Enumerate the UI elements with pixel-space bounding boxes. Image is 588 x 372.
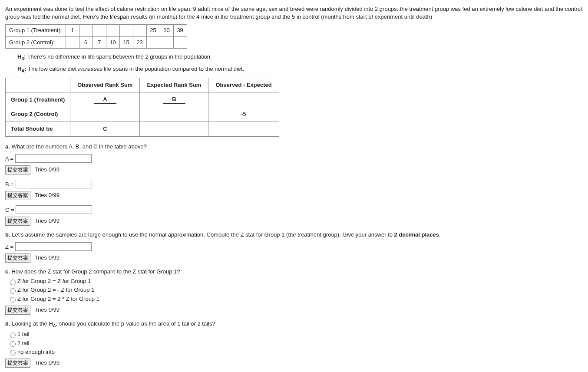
cell: 6 xyxy=(79,36,92,48)
cell: 1 xyxy=(66,25,79,36)
cell xyxy=(119,25,133,36)
question-c: c. How does the Z stat for Group 2 compa… xyxy=(5,268,583,276)
tries-text: Tries 0/99 xyxy=(35,254,59,261)
rank-cell xyxy=(208,92,279,107)
radio-label: 1 tail xyxy=(17,331,29,337)
z-input[interactable] xyxy=(15,242,92,251)
c-input[interactable] xyxy=(16,205,92,214)
row2-label: Group 2 (Control): xyxy=(6,36,66,48)
intro-text: An experiment was done to test the effec… xyxy=(5,5,583,21)
radio-label: Z for Group 2 = Z for Group 1 xyxy=(17,278,91,284)
rank-cell xyxy=(140,122,208,136)
radio-qc-2[interactable] xyxy=(10,288,16,294)
rank-cell xyxy=(140,107,208,122)
rank-cell: C xyxy=(70,122,140,136)
rank-row-label: Group 1 (Treatment) xyxy=(6,92,70,107)
cell xyxy=(106,25,119,36)
radio-qd-1[interactable] xyxy=(10,332,16,338)
a-label: A = xyxy=(5,155,13,161)
th-observed: Observed Rank Sum xyxy=(70,78,140,92)
table-row: Group 2 (Control) -5 xyxy=(6,107,279,122)
input-row-b: B = xyxy=(5,180,583,188)
cell xyxy=(66,36,79,48)
cell: 30 xyxy=(160,25,173,36)
submit-button[interactable]: 提交答案 xyxy=(5,217,30,226)
th-blank xyxy=(6,78,70,92)
rank-cell xyxy=(70,107,140,122)
cell xyxy=(146,36,160,48)
rank-cell: -5 xyxy=(208,107,279,122)
tries-text: Tries 0/99 xyxy=(35,192,59,198)
table-row: Group 1 (Treatment): 1 25 30 39 xyxy=(6,25,187,36)
question-b: b. Let's assume the samples are large en… xyxy=(5,231,583,239)
rank-cell: B xyxy=(140,92,208,107)
rank-row-label: Total Should be xyxy=(6,122,70,136)
rank-cell: A xyxy=(70,92,140,107)
tries-text: Tries 0/99 xyxy=(35,166,59,173)
submit-button[interactable]: 提交答案 xyxy=(5,165,30,174)
rank-cell xyxy=(208,122,279,136)
cell: 23 xyxy=(133,36,146,48)
a-input[interactable] xyxy=(15,154,92,163)
cell xyxy=(133,25,146,36)
table-row: Group 1 (Treatment) A B xyxy=(6,92,279,107)
c-label: C = xyxy=(5,206,14,213)
submit-button[interactable]: 提交答案 xyxy=(5,306,30,315)
radio-label: 2 tail xyxy=(17,340,29,346)
table-header-row: Observed Rank Sum Expected Rank Sum Obse… xyxy=(6,78,279,92)
cell: 39 xyxy=(173,25,187,36)
radio-qd-3[interactable] xyxy=(10,350,16,356)
rank-sum-table: Observed Rank Sum Expected Rank Sum Obse… xyxy=(5,78,279,137)
tries-text: Tries 0/99 xyxy=(35,359,59,366)
tries-text: Tries 0/99 xyxy=(35,217,59,224)
radio-label: no enough info xyxy=(17,349,55,355)
cell: 15 xyxy=(119,36,133,48)
radio-qc-3[interactable] xyxy=(10,297,16,303)
b-label: B = xyxy=(5,181,14,187)
table-row: Total Should be C xyxy=(6,122,279,136)
cell xyxy=(160,36,173,48)
cell: 10 xyxy=(106,36,119,48)
cell: 25 xyxy=(146,25,160,36)
tries-text: Tries 0/99 xyxy=(35,306,59,313)
radio-label: Z for Group 2 = 2 * Z for Group 1 xyxy=(17,296,99,302)
submit-button[interactable]: 提交答案 xyxy=(5,191,30,200)
input-row-a: A = xyxy=(5,154,583,163)
radio-qc-1[interactable] xyxy=(10,280,16,285)
radio-qd-2[interactable] xyxy=(10,341,16,347)
rank-row-label: Group 2 (Control) xyxy=(6,107,70,122)
cell xyxy=(79,25,92,36)
question-a: a. What are the numbers A, B, and C in t… xyxy=(5,143,583,151)
input-row-z: Z = xyxy=(5,242,583,251)
alt-hypothesis: HA: The low calorie diet increases life … xyxy=(17,65,583,74)
lifespan-table: Group 1 (Treatment): 1 25 30 39 Group 2 … xyxy=(5,24,187,48)
submit-button[interactable]: 提交答案 xyxy=(5,359,30,368)
question-d: d. Looking at the HA, should you calcula… xyxy=(5,320,583,329)
table-row: Group 2 (Control): 6 7 10 15 23 xyxy=(6,36,187,48)
input-row-c: C = xyxy=(5,205,583,214)
th-expected: Expected Rank Sum xyxy=(140,78,208,92)
null-hypothesis: H0: There's no difference in life spans … xyxy=(17,53,583,62)
cell xyxy=(92,25,106,36)
th-diff: Observed - Expected xyxy=(208,78,279,92)
z-label: Z = xyxy=(5,244,13,250)
b-input[interactable] xyxy=(16,180,92,188)
radio-label: Z for Group 2 = - Z for Group 1 xyxy=(17,286,94,293)
cell: 7 xyxy=(92,36,106,48)
row1-label: Group 1 (Treatment): xyxy=(6,25,66,36)
submit-button[interactable]: 提交答案 xyxy=(5,253,30,263)
cell xyxy=(173,36,187,48)
